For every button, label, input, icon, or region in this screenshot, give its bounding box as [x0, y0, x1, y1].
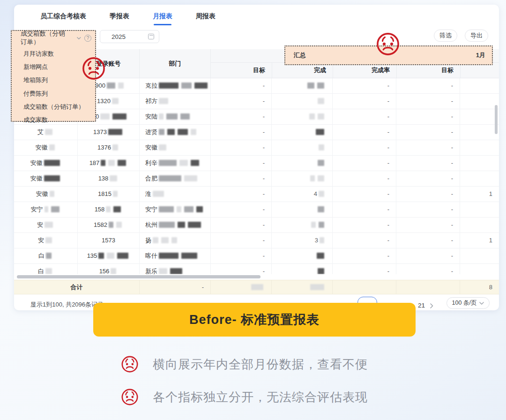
cell-month-target: -: [396, 140, 460, 155]
redacted-value: [98, 253, 104, 259]
redacted-value: [196, 206, 203, 212]
redacted-value: [112, 144, 118, 150]
redacted-value: [310, 284, 324, 290]
cell-month-done: [460, 94, 499, 109]
cell-name: 安: [14, 218, 78, 232]
cell-name: 白: [14, 264, 78, 274]
redacted-value: [317, 253, 324, 259]
metric-option[interactable]: 成交箱数（分销订单）: [12, 100, 95, 113]
year-value: 2025: [112, 33, 126, 40]
redacted-value: [107, 253, 114, 259]
redacted-value: [317, 82, 324, 89]
chevron-down-icon: [77, 37, 81, 40]
cell-rate: -: [333, 202, 396, 217]
cell-month-done: 1: [460, 233, 499, 248]
redacted-value: [118, 82, 124, 89]
cell-name: 安徽: [14, 156, 78, 171]
cell-done: [272, 264, 333, 274]
redacted-value: [159, 268, 167, 274]
help-icon[interactable]: ?: [84, 35, 91, 42]
cell-account: 156: [78, 264, 140, 274]
cell-name: 安徽: [14, 171, 78, 186]
redacted-value: [319, 191, 324, 197]
redacted-value: [107, 82, 115, 89]
cell-month-target: -: [396, 233, 460, 248]
record-count: 显示1到100, 共2096条记录: [30, 299, 104, 310]
cell-dept: 杭州: [140, 218, 211, 232]
redacted-value: [167, 129, 175, 135]
table-row: 安徽 1376 安徽 - - -: [14, 140, 499, 156]
cell-month-target: -: [396, 202, 460, 217]
year-picker[interactable]: 2025: [100, 30, 159, 43]
cell-rate: -: [333, 264, 396, 274]
calendar-icon: [148, 34, 154, 39]
total-row: 合计 - 8: [14, 280, 499, 294]
cell-account: 1376: [78, 140, 140, 155]
pagination-last-page[interactable]: 21: [418, 300, 425, 311]
redacted-value: [46, 253, 52, 259]
cell-account: 1815: [78, 187, 140, 202]
page-size-value: 100 条/页: [452, 299, 477, 307]
cell-month-target: -: [396, 94, 460, 109]
page-size-select[interactable]: 100 条/页: [446, 297, 490, 309]
cell-dept: 新乐: [140, 264, 211, 274]
redacted-value: [318, 160, 324, 166]
cell-month-target: -: [396, 109, 460, 124]
tab-quarterly-report[interactable]: 季报表: [110, 12, 129, 25]
total-rate: [333, 280, 396, 294]
cell-target: -: [211, 202, 272, 217]
metric-option[interactable]: 成交家数: [12, 113, 95, 127]
cell-target: -: [211, 171, 272, 186]
annotation-note: 各个指标独立分开，无法综合评估表现: [121, 388, 368, 406]
cell-done: [272, 140, 333, 155]
export-button[interactable]: 导出: [465, 30, 488, 42]
cell-target: -: [211, 125, 272, 140]
horizontal-scrollbar[interactable]: [17, 275, 260, 278]
cell-month-target: -: [396, 218, 460, 232]
redacted-value: [184, 206, 193, 212]
redacted-value: [319, 144, 324, 150]
redacted-value: [181, 82, 192, 89]
cell-dept: 祁方: [140, 94, 211, 109]
cell-done: [272, 125, 333, 140]
redacted-value: [178, 129, 188, 135]
vertical-scrollbar[interactable]: [495, 105, 498, 134]
tab-monthly-report[interactable]: 月报表: [153, 12, 172, 25]
redacted-value: [45, 237, 52, 243]
redacted-value: [307, 82, 314, 89]
redacted-value: [118, 160, 126, 166]
cell-done: [272, 156, 333, 171]
header-dept: 部门: [140, 49, 211, 78]
total-month-done: 8: [460, 280, 499, 294]
metric-select[interactable]: 成交箱数（分销订单） ?: [12, 31, 95, 45]
table-row: 安徽 1815 淮 - 4 - - 1: [14, 187, 499, 202]
next-page-icon[interactable]: [430, 303, 433, 308]
cell-name: 白: [14, 248, 78, 263]
total-done: [272, 280, 333, 294]
redacted-value: [318, 206, 324, 212]
metric-option[interactable]: 付费陈列: [12, 87, 95, 100]
cell-target: -: [211, 109, 272, 124]
redacted-value: [171, 237, 177, 243]
redacted-value: [49, 144, 55, 150]
sad-face-stamp-icon: [376, 32, 400, 56]
cell-month-done: 1: [460, 187, 499, 202]
cell-rate: -: [333, 171, 396, 186]
redacted-value: [45, 222, 53, 228]
cell-month-target: -: [396, 125, 460, 140]
total-dept-value: -: [140, 280, 211, 294]
tab-employee-assessment[interactable]: 员工综合考核表: [40, 12, 86, 25]
cell-rate: -: [333, 233, 396, 248]
redacted-value: [44, 160, 60, 166]
filter-button[interactable]: 筛选: [434, 30, 457, 42]
redacted-value: [320, 237, 324, 243]
cell-target: -: [211, 218, 272, 232]
redacted-value: [159, 253, 179, 259]
redacted-value: [106, 206, 111, 212]
redacted-value: [116, 222, 122, 228]
cell-dept: 安徽: [140, 140, 211, 155]
tab-weekly-report[interactable]: 周报表: [196, 12, 216, 25]
redacted-value: [318, 175, 324, 181]
redacted-value: [159, 206, 174, 212]
redacted-value: [45, 268, 52, 274]
